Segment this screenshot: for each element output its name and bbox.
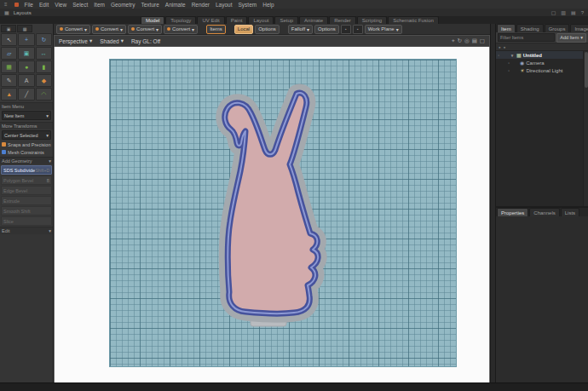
convert-items-button[interactable]: Convert ▾ xyxy=(164,25,198,34)
rotate-tool-icon[interactable]: ↻ xyxy=(36,33,52,46)
transform-tool-icon[interactable]: ▣ xyxy=(18,47,34,60)
element-move-tool-icon[interactable]: ↔ xyxy=(36,47,52,60)
text-tool-icon[interactable]: A xyxy=(18,74,34,87)
render-column-icon[interactable]: ● xyxy=(504,45,506,49)
tab-topology[interactable]: Topology xyxy=(165,16,196,24)
convert-vertices-button[interactable]: Convert ▾ xyxy=(56,25,90,34)
tab-setup[interactable]: Setup xyxy=(274,16,298,24)
menu-item[interactable]: Item xyxy=(94,2,105,8)
camera-mode-dropdown[interactable]: Perspective ▾ xyxy=(59,37,92,44)
extrude-button[interactable]: Extrude xyxy=(1,196,52,205)
grid-layout-icon[interactable]: ▢ xyxy=(551,9,557,15)
action-center-local-button[interactable]: Local xyxy=(234,25,253,34)
menu-texture[interactable]: Texture xyxy=(141,2,159,8)
tab-scripting[interactable]: Scripting xyxy=(357,16,387,24)
maximize-view-icon[interactable]: ▢ xyxy=(480,37,485,44)
falloff-tool-icon[interactable]: ◠ xyxy=(36,88,52,101)
mesh-constraints-toggle[interactable]: Mesh Constraints xyxy=(0,148,53,156)
menu-edit[interactable]: Edit xyxy=(39,2,49,8)
work-plane-dropdown[interactable]: Work Plane ▾ xyxy=(365,25,402,34)
tab-item[interactable]: Item xyxy=(497,24,516,32)
tab-channels[interactable]: Channels xyxy=(529,208,559,216)
eye-icon[interactable]: ● xyxy=(508,69,510,72)
snaps-precision-toggle[interactable]: Snaps and Precision xyxy=(0,141,53,148)
slice-tool-icon[interactable]: ╱ xyxy=(18,88,34,101)
grid-toggle-icon[interactable]: ▤ xyxy=(472,37,477,44)
snapping-toggle-button[interactable]: ▪ xyxy=(341,25,351,34)
menu-system[interactable]: System xyxy=(239,2,257,8)
expand-arrow-icon[interactable]: ▾ xyxy=(510,53,515,58)
extrude-tool-icon[interactable]: ▲ xyxy=(1,88,17,101)
menu-geometry[interactable]: Geometry xyxy=(111,2,135,8)
tab-schematic-fusion[interactable]: Schematic Fusion xyxy=(388,16,439,24)
target-view-icon[interactable]: ◎ xyxy=(464,37,470,44)
cylinder-primitive-tool-icon[interactable]: ▮ xyxy=(36,60,52,73)
edit-header[interactable]: Edit ▾ xyxy=(0,227,53,234)
select-tool-icon[interactable]: ↖ xyxy=(1,33,17,46)
scene-item-untitled[interactable]: ● ▾ ▦ Untitled xyxy=(496,51,588,59)
options-button[interactable]: Options xyxy=(255,25,280,34)
menu-view[interactable]: View xyxy=(55,2,66,8)
layouts-label[interactable]: Layouts xyxy=(14,10,32,15)
scrollbar-thumb[interactable] xyxy=(585,52,588,88)
sphere-primitive-tool-icon[interactable]: ● xyxy=(18,60,34,73)
tab-properties[interactable]: Properties xyxy=(497,208,528,216)
raygl-dropdown[interactable]: Ray GL: Off xyxy=(131,38,160,44)
polygon-bevel-button[interactable]: Polygon Bevel B xyxy=(1,175,52,185)
falloff-options-button[interactable]: Options xyxy=(314,25,339,34)
eye-icon[interactable]: ● xyxy=(508,61,510,65)
orbit-view-icon[interactable]: ↻ xyxy=(458,37,462,44)
tab-uv-edit[interactable]: UV Edit xyxy=(197,16,224,24)
cube-primitive-tool-icon[interactable]: ▦ xyxy=(1,60,17,73)
help-icon[interactable]: ? xyxy=(580,10,585,15)
new-item-dropdown[interactable]: New Item ▾ xyxy=(2,111,51,120)
menu-layout[interactable]: Layout xyxy=(216,2,233,8)
bevel-tool-icon[interactable]: ◆ xyxy=(36,74,52,87)
tab-shading[interactable]: Shading xyxy=(516,24,544,32)
items-mode-button[interactable]: Items xyxy=(206,25,226,34)
eye-icon[interactable]: ● xyxy=(498,54,499,57)
panel-splitter[interactable] xyxy=(490,24,496,383)
convert-edges-button[interactable]: Convert ▾ xyxy=(92,25,126,34)
filter-items-input[interactable]: Filter Items xyxy=(498,33,555,42)
slice-button[interactable]: Slice xyxy=(1,216,52,226)
bunny-cookie-cutter-model[interactable] xyxy=(205,66,333,331)
edge-bevel-button[interactable]: Edge Bevel xyxy=(1,186,52,195)
add-item-button[interactable]: Add Item ▾ xyxy=(556,33,586,43)
tab-groups[interactable]: Groups xyxy=(545,24,570,32)
tab-render[interactable]: Render xyxy=(329,16,356,24)
more-transforms-header[interactable]: More Transforms xyxy=(0,122,53,129)
convert-polygons-button[interactable]: Convert ▾ xyxy=(128,25,162,34)
tab-paint[interactable]: Paint xyxy=(226,16,248,24)
visibility-column-icon[interactable]: ● xyxy=(499,45,501,49)
tab-lists[interactable]: Lists xyxy=(561,208,579,216)
full-layout-icon[interactable]: ▤ xyxy=(570,9,577,15)
toolbox-tab-icon[interactable]: ▣ xyxy=(1,25,16,32)
add-geometry-header[interactable]: Add Geometry ▾ xyxy=(0,157,53,164)
pen-tool-icon[interactable]: ✎ xyxy=(1,74,17,87)
center-selected-dropdown[interactable]: Center Selected ▾ xyxy=(2,130,51,140)
menu-help[interactable]: Help xyxy=(262,2,274,8)
symmetry-toggle-button[interactable]: ▪ xyxy=(353,25,363,34)
menu-file[interactable]: File xyxy=(25,2,33,8)
viewport-canvas[interactable] xyxy=(54,47,490,383)
menu-render[interactable]: Render xyxy=(192,2,210,8)
center-view-icon[interactable]: ⌖ xyxy=(452,37,455,44)
sds-subdivide-button[interactable]: SDS Subdivide Shift+D xyxy=(1,165,52,175)
shading-mode-dropdown[interactable]: Shaded ▾ xyxy=(100,37,124,44)
move-tool-icon[interactable]: + xyxy=(18,33,34,46)
presets-tab-icon[interactable]: ▩ xyxy=(17,25,32,32)
scene-item-camera[interactable]: ● ◉ Camera xyxy=(496,59,588,66)
split-layout-icon[interactable]: ▥ xyxy=(560,9,567,15)
hamburger-icon[interactable]: ≡ xyxy=(3,2,9,7)
menu-animate[interactable]: Animate xyxy=(165,2,186,8)
falloff-dropdown[interactable]: Falloff ▾ xyxy=(288,25,313,34)
smooth-shift-button[interactable]: Smooth Shift xyxy=(1,206,52,216)
item-list-scrollbar[interactable] xyxy=(583,51,588,206)
tab-animate[interactable]: Animate xyxy=(299,16,328,24)
tab-images[interactable]: Images xyxy=(570,24,588,32)
menu-select[interactable]: Select xyxy=(72,2,88,8)
layouts-grid-icon[interactable]: ▦ xyxy=(3,9,10,15)
tab-model[interactable]: Model xyxy=(141,16,164,24)
scale-tool-icon[interactable]: ▱ xyxy=(1,47,17,60)
